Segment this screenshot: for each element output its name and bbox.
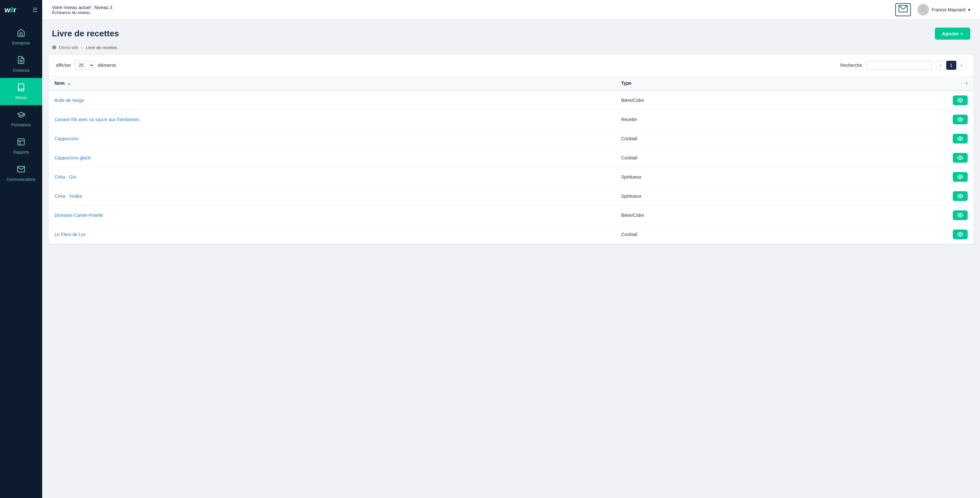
table-container: Afficher 10 25 50 100 éléments Recherche…: [49, 55, 974, 244]
sort-arrow-nom: ▲: [67, 81, 71, 85]
col-action: ▾: [818, 76, 974, 91]
view-button[interactable]: [953, 115, 968, 124]
sidebar-item-label-formations: Formations: [11, 123, 31, 127]
table-body: Bulle de NeigeBière/CidreCanard rôti ave…: [49, 91, 974, 244]
pagination-next[interactable]: ›: [957, 61, 966, 70]
sidebar-item-entreprise[interactable]: Entreprise: [0, 23, 42, 51]
user-chevron: ▾: [968, 7, 970, 12]
controls-left: Afficher 10 25 50 100 éléments: [56, 61, 116, 70]
svg-point-12: [959, 234, 961, 235]
topbar-left: Votre niveau actuel : Niveau 3 Échéance …: [52, 5, 112, 15]
svg-point-11: [959, 215, 961, 216]
page-header-bar: Livre de recettes Ajouter +: [42, 20, 980, 43]
cell-action: [818, 168, 974, 187]
user-info[interactable]: Francis Maynard ▾: [917, 4, 970, 16]
sidebar-item-contenus[interactable]: Contenus: [0, 51, 42, 78]
svg-point-9: [959, 176, 961, 178]
cell-action: [818, 206, 974, 225]
cell-nom: Le Fleur de Lys: [49, 225, 615, 244]
cell-nom: Cirka - Vodka: [49, 187, 615, 206]
sidebar-item-formations[interactable]: Formations: [0, 105, 42, 132]
logo: w8r: [5, 6, 16, 14]
sidebar-item-communications[interactable]: Communications: [0, 160, 42, 187]
sidebar-item-label-contenus: Contenus: [13, 68, 29, 73]
pagination-top: ‹ 1 ›: [936, 61, 966, 70]
cell-nom: Domaine Cartier-Potelle: [49, 206, 615, 225]
svg-point-4: [921, 7, 924, 10]
view-button[interactable]: [953, 96, 968, 105]
cell-action: [818, 129, 974, 148]
pagination-page-1[interactable]: 1: [946, 61, 957, 70]
sidebar-header: w8r ☰: [0, 0, 42, 20]
sidebar-item-rapports[interactable]: Rapports: [0, 132, 42, 160]
table-row: Cirka - VodkaSpiritueux: [49, 187, 974, 206]
entreprise-icon: [17, 29, 25, 39]
sidebar: w8r ☰ Entreprise Contenus Menus For: [0, 0, 42, 498]
table-row: Domaine Cartier-PotelleBière/Cidre: [49, 206, 974, 225]
hamburger-icon[interactable]: ☰: [32, 6, 38, 14]
view-button[interactable]: [953, 191, 968, 201]
view-button[interactable]: [953, 134, 968, 144]
view-button[interactable]: [953, 153, 968, 163]
view-button[interactable]: [953, 172, 968, 182]
topbar-right: Francis Maynard ▾: [895, 3, 970, 16]
sidebar-item-label-communications: Communications: [6, 177, 35, 182]
cell-type: Bière/Cidre: [615, 91, 817, 110]
row-nom-link[interactable]: Cappuccino: [54, 136, 78, 141]
row-nom-link[interactable]: Cappuccino glacé: [54, 155, 91, 160]
col-type: Type: [615, 76, 817, 91]
sidebar-item-label-entreprise: Entreprise: [12, 41, 30, 45]
cell-nom: Bulle de Neige: [49, 91, 615, 110]
cell-action: [818, 110, 974, 129]
svg-point-6: [959, 119, 961, 120]
breadcrumb-home-icon: [52, 45, 56, 50]
table-row: Cirka - GinSpiritueux: [49, 168, 974, 187]
sidebar-item-menus[interactable]: Menus: [0, 78, 42, 105]
show-select[interactable]: 10 25 50 100: [74, 61, 94, 70]
table-row: Le Fleur de LysCocktail: [49, 225, 974, 244]
breadcrumb-separator: >: [81, 45, 83, 50]
controls-bar: Afficher 10 25 50 100 éléments Recherche…: [49, 55, 974, 76]
row-nom-link[interactable]: Canard rôti avec sa sauce aux framboises: [54, 117, 139, 122]
contenus-icon: [17, 56, 25, 66]
table-head: Nom ▲ Type ▾: [49, 76, 974, 91]
row-nom-link[interactable]: Cirka - Vodka: [54, 193, 82, 199]
breadcrumb-item-demo[interactable]: Démo w8r: [59, 45, 78, 50]
cell-action: [818, 148, 974, 168]
svg-rect-2: [18, 139, 24, 145]
table-row: Canard rôti avec sa sauce aux framboises…: [49, 110, 974, 129]
svg-point-7: [959, 138, 961, 140]
pagination-prev[interactable]: ‹: [936, 61, 946, 70]
cell-type: Bière/Cidre: [615, 206, 817, 225]
cell-type: Spiritueux: [615, 168, 817, 187]
view-button[interactable]: [953, 230, 968, 239]
row-nom-link[interactable]: Le Fleur de Lys: [54, 232, 86, 237]
table-row: Cappuccino glacéCocktail: [49, 148, 974, 168]
menus-icon: [17, 83, 25, 94]
cell-nom: Cirka - Gin: [49, 168, 615, 187]
search-input[interactable]: [867, 61, 932, 70]
topbar-level: Votre niveau actuel : Niveau 3: [52, 5, 112, 10]
row-nom-link[interactable]: Domaine Cartier-Potelle: [54, 213, 103, 218]
elements-label: éléments: [98, 63, 116, 68]
user-name: Francis Maynard: [932, 7, 966, 12]
row-nom-link[interactable]: Cirka - Gin: [54, 174, 76, 180]
afficher-label: Afficher: [56, 63, 71, 68]
recherche-label: Recherche: [840, 63, 862, 68]
ajouter-button[interactable]: Ajouter +: [935, 27, 970, 40]
cell-nom: Cappuccino glacé: [49, 148, 615, 168]
table-header-row: Nom ▲ Type ▾: [49, 76, 974, 91]
sidebar-nav: Entreprise Contenus Menus Formations Rap: [0, 23, 42, 187]
mail-icon[interactable]: [895, 3, 911, 16]
cell-type: Cocktail: [615, 225, 817, 244]
avatar: [917, 4, 929, 16]
topbar: Votre niveau actuel : Niveau 3 Échéance …: [42, 0, 980, 20]
page-title: Livre de recettes: [52, 29, 119, 38]
row-nom-link[interactable]: Bulle de Neige: [54, 98, 84, 103]
cell-type: Cocktail: [615, 129, 817, 148]
page-content: Livre de recettes Ajouter + Démo w8r > L…: [42, 20, 980, 498]
view-button[interactable]: [953, 211, 968, 220]
svg-point-10: [959, 195, 961, 197]
cell-action: [818, 91, 974, 110]
col-nom[interactable]: Nom ▲: [49, 76, 615, 91]
